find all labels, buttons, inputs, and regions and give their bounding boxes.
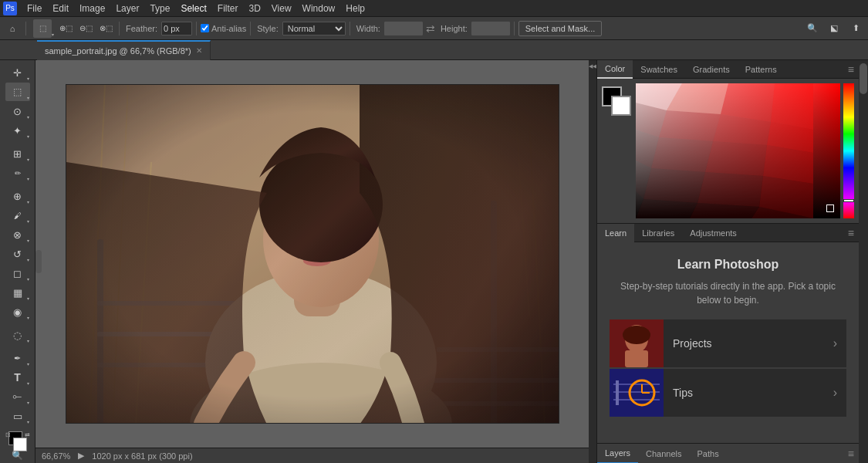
anti-alias-checkbox[interactable] bbox=[201, 24, 209, 32]
wand-tool-btn[interactable]: ✦ bbox=[5, 121, 30, 140]
menu-file[interactable]: File bbox=[22, 0, 47, 17]
app-icon: Ps bbox=[3, 2, 17, 15]
sep4 bbox=[250, 22, 251, 35]
style-select[interactable]: Normal Fixed Ratio Fixed Size bbox=[282, 22, 346, 35]
text-tool-btn[interactable]: T bbox=[5, 368, 30, 387]
history-tool-btn[interactable]: ↺ bbox=[5, 245, 30, 263]
style-label: Style: bbox=[257, 24, 279, 33]
layers-tabs: Layers Channels Paths ≡ bbox=[597, 444, 859, 464]
libraries-tab[interactable]: Libraries bbox=[634, 224, 682, 242]
gradients-tab[interactable]: Gradients bbox=[685, 60, 738, 79]
menu-window[interactable]: Window bbox=[297, 0, 341, 17]
active-tab[interactable]: sample_portrait.jpg @ 66,7% (RGB/8*) ✕ bbox=[37, 40, 211, 60]
patterns-tab[interactable]: Patterns bbox=[738, 60, 785, 79]
menu-3d[interactable]: 3D bbox=[243, 0, 265, 17]
eraser-tool-btn[interactable]: ◻ bbox=[5, 264, 30, 282]
right-panel: Color Swatches Gradients Patterns ≡ bbox=[596, 60, 859, 463]
share-button[interactable]: ⬆ bbox=[846, 19, 865, 38]
paths-tab[interactable]: Paths bbox=[690, 444, 727, 464]
heal-tool-btn[interactable]: ⊕ bbox=[5, 187, 30, 205]
color-picker-content bbox=[597, 79, 859, 223]
move-tool-btn[interactable]: ✛ bbox=[5, 63, 30, 82]
canvas-area: 66,67% ▶ 1020 px x 681 px (300 ppi) bbox=[35, 60, 589, 463]
sep1 bbox=[25, 22, 26, 35]
menu-edit[interactable]: Edit bbox=[47, 0, 74, 17]
color-picker-row bbox=[636, 83, 854, 218]
dodge-tool-btn[interactable]: ◌ bbox=[5, 326, 30, 344]
rect-marquee-option: ⬚ ▾ bbox=[30, 19, 55, 38]
learn-cards: Projects › bbox=[610, 319, 846, 417]
panel-collapse-handle[interactable]: ◀◀ bbox=[589, 60, 596, 463]
color-gradient-svg bbox=[636, 83, 840, 218]
new-selection-btn[interactable]: ⬚ bbox=[33, 19, 52, 38]
menu-type[interactable]: Type bbox=[144, 0, 175, 17]
right-scrollbar-thumb[interactable] bbox=[860, 63, 867, 94]
learn-panel-menu-icon[interactable]: ≡ bbox=[843, 227, 859, 239]
menu-filter[interactable]: Filter bbox=[212, 0, 244, 17]
pen-tool-btn[interactable]: ✒ bbox=[5, 349, 30, 367]
layers-panel: Layers Channels Paths ≡ bbox=[597, 443, 859, 463]
swatches-tab[interactable]: Swatches bbox=[633, 60, 685, 79]
swap-colors-btn[interactable]: ⇄ bbox=[25, 431, 30, 438]
height-input[interactable] bbox=[471, 22, 510, 35]
canvas-left-scroll[interactable] bbox=[35, 250, 42, 273]
canvas-image[interactable] bbox=[66, 84, 559, 424]
width-input[interactable] bbox=[384, 22, 423, 35]
fg-bg-panel-swatches bbox=[602, 83, 631, 116]
search-button[interactable]: 🔍 bbox=[803, 19, 822, 38]
learn-tab[interactable]: Learn bbox=[597, 224, 634, 242]
tool-group-dodge: ◌ ▾ bbox=[5, 326, 30, 344]
menu-help[interactable]: Help bbox=[340, 0, 370, 17]
swap-icon[interactable]: ⇄ bbox=[426, 22, 435, 35]
hue-slider[interactable] bbox=[843, 83, 854, 218]
blur-tool-btn[interactable]: ◉ bbox=[5, 302, 30, 321]
projects-card[interactable]: Projects › bbox=[610, 319, 846, 367]
height-label: Height: bbox=[441, 24, 468, 33]
shape-tool-btn[interactable]: ▭ bbox=[5, 407, 30, 425]
zoom-tool-btn[interactable]: 🔍 bbox=[5, 450, 30, 461]
tips-card[interactable]: Tips › bbox=[610, 369, 846, 417]
tab-close-button[interactable]: ✕ bbox=[196, 46, 202, 55]
projects-card-arrow[interactable]: › bbox=[824, 336, 846, 350]
canvas-wrapper bbox=[35, 60, 589, 448]
default-colors-btn[interactable]: ⊡ bbox=[5, 431, 11, 438]
layers-panel-menu-icon[interactable]: ≡ bbox=[843, 448, 859, 460]
subtract-selection-btn[interactable]: ⊖⬚ bbox=[76, 19, 95, 38]
options-toolbar: ⌂ ⬚ ▾ ⊕⬚ ⊖⬚ ⊗⬚ Feather: Anti-alias Style… bbox=[0, 17, 868, 40]
stamp-tool-btn[interactable]: ⊗ bbox=[5, 225, 30, 244]
fill-tool-btn[interactable]: ▦ bbox=[5, 283, 30, 302]
adjustments-tab[interactable]: Adjustments bbox=[682, 224, 745, 242]
tool-group-heal: ⊕ ▾ bbox=[5, 187, 30, 205]
tool-group-shape: ▭ ▾ bbox=[5, 407, 30, 425]
eyedrop-tool-btn[interactable]: ✏ bbox=[5, 164, 30, 182]
crop-tool-btn[interactable]: ⊞ bbox=[5, 144, 30, 163]
menu-layer[interactable]: Layer bbox=[110, 0, 144, 17]
add-selection-btn[interactable]: ⊕⬚ bbox=[56, 19, 75, 38]
svg-marker-32 bbox=[659, 110, 721, 141]
color-tab[interactable]: Color bbox=[597, 60, 633, 79]
bg-color-swatch[interactable] bbox=[13, 438, 27, 451]
menu-image[interactable]: Image bbox=[74, 0, 110, 17]
color-panel-tabs: Color Swatches Gradients Patterns ≡ bbox=[597, 60, 859, 79]
tips-card-arrow[interactable]: › bbox=[824, 386, 846, 400]
feather-input[interactable] bbox=[161, 22, 192, 35]
color-saturation-brightness[interactable] bbox=[636, 83, 840, 218]
channels-tab[interactable]: Channels bbox=[638, 444, 689, 464]
anti-alias-label: Anti-alias bbox=[211, 24, 246, 33]
menu-view[interactable]: View bbox=[266, 0, 297, 17]
path-tool-btn[interactable]: ⟜ bbox=[5, 387, 30, 406]
lasso-tool-btn[interactable]: ⊙ bbox=[5, 102, 30, 120]
brush-tool-btn[interactable]: 🖌 bbox=[5, 206, 30, 225]
learn-panel-tabs: Learn Libraries Adjustments ≡ bbox=[597, 224, 859, 242]
home-button[interactable]: ⌂ bbox=[3, 19, 22, 38]
bg-color-panel-swatch[interactable] bbox=[611, 96, 631, 116]
color-panel-menu-icon[interactable]: ≡ bbox=[843, 63, 859, 76]
rect-select-tool-btn[interactable]: ⬚ bbox=[5, 83, 30, 101]
intersect-selection-btn[interactable]: ⊗⬚ bbox=[96, 19, 115, 38]
menu-select[interactable]: Select bbox=[175, 0, 211, 17]
tool-group-eyedrop: ✏ ▾ bbox=[5, 164, 30, 182]
layers-tab[interactable]: Layers bbox=[597, 444, 638, 464]
arrange-button[interactable]: ⬕ bbox=[825, 19, 843, 38]
select-mask-button[interactable]: Select and Mask... bbox=[518, 21, 603, 36]
tips-card-label: Tips bbox=[664, 387, 824, 399]
